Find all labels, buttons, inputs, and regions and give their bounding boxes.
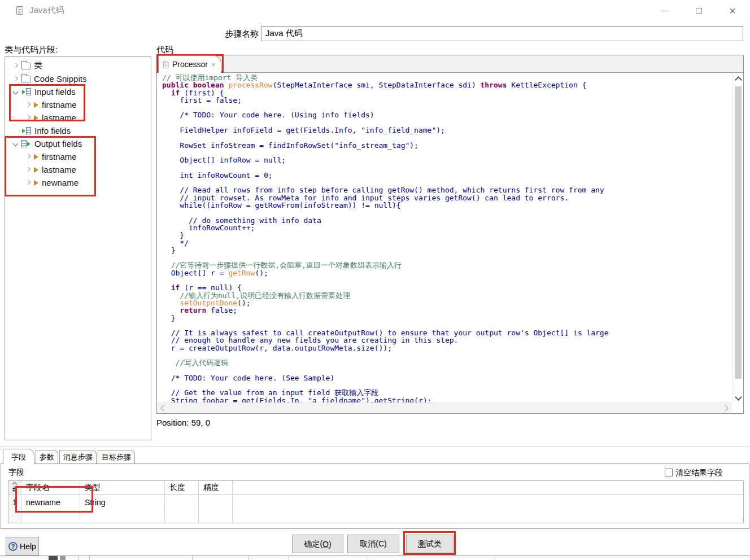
column-header-3[interactable]: 长度 <box>165 481 199 495</box>
tree-item-label: newname <box>42 178 79 187</box>
tab-info-steps[interactable]: 消息步骤 <box>59 450 97 464</box>
test-button-label: 试类 <box>426 539 442 549</box>
ok-button[interactable]: 确定(O) <box>292 535 343 553</box>
expander-down-icon[interactable] <box>12 140 20 148</box>
tab-target-steps[interactable]: 目标步骤 <box>98 450 135 464</box>
vertical-scrollbar[interactable] <box>732 73 743 403</box>
expander-down-icon[interactable] <box>12 88 20 96</box>
horizontal-scrollbar[interactable] <box>157 403 732 413</box>
window-titlebar: Java代码 × <box>0 0 750 21</box>
scroll-left-icon[interactable] <box>158 404 167 412</box>
code-tabstrip: Processor × <box>157 55 743 73</box>
tree-item-label: Output fields <box>34 139 82 148</box>
notebook-top-divider <box>0 447 750 447</box>
clear-result-fields-label: 清空结果字段 <box>675 468 723 478</box>
scroll-up-icon[interactable] <box>733 73 744 83</box>
table-cell[interactable]: 1 <box>8 495 21 510</box>
expander-right-icon[interactable] <box>12 62 20 70</box>
io-out-icon <box>21 140 31 147</box>
ok-mnemonic: O <box>322 540 329 549</box>
close-button[interactable]: × <box>723 2 742 19</box>
expander-right-icon[interactable] <box>24 179 32 187</box>
tab-close-icon[interactable]: × <box>211 61 216 68</box>
io-in-icon <box>21 88 31 95</box>
column-header-1[interactable]: 字段名 <box>21 481 80 495</box>
io-in-icon <box>21 127 31 134</box>
window-title: Java代码 <box>29 5 64 16</box>
step-name-input[interactable]: Java 代码 <box>261 26 743 41</box>
ok-button-label-end: ) <box>329 540 332 549</box>
table-empty-row[interactable] <box>8 510 743 523</box>
tab-fields[interactable]: 字段 <box>3 449 34 464</box>
help-button[interactable]: ? Help <box>6 537 39 555</box>
table-cell[interactable] <box>199 495 233 510</box>
tree-item-input-fields[interactable]: Input fields <box>5 85 151 98</box>
tree-item-label: firstname <box>42 100 77 110</box>
fields-tab-panel: 字段 清空结果字段 #字段名类型长度精度 1newnameString <box>1 463 749 529</box>
column-header-0[interactable]: # <box>8 481 21 495</box>
cancel-button[interactable]: 取消(C) <box>347 535 399 553</box>
clear-result-fields-checkbox[interactable] <box>665 469 673 476</box>
maximize-button[interactable] <box>689 2 708 19</box>
minimize-button[interactable] <box>655 2 674 19</box>
expander-right-icon[interactable] <box>24 153 32 161</box>
code-frame: Processor × // 可以使用import 导入类public bool… <box>156 55 744 414</box>
background-window-sliver <box>0 555 750 560</box>
step-name-label: 步骤名称 <box>186 29 259 40</box>
test-class-button[interactable]: 测试类 <box>406 535 454 553</box>
tree-item-label: 类 <box>34 60 42 71</box>
tree-item-lastname[interactable]: lastname <box>5 163 151 176</box>
cursor-position-label: Position: 59, 0 <box>156 418 210 427</box>
tree-item-label: Input fields <box>34 87 76 97</box>
table-cell[interactable] <box>165 495 199 510</box>
expander-right-icon[interactable] <box>24 166 32 174</box>
code-editor[interactable]: // 可以使用import 导入类public boolean processR… <box>158 73 732 403</box>
field-icon <box>34 167 38 173</box>
help-icon: ? <box>8 542 18 551</box>
expander-right-icon[interactable] <box>12 75 20 83</box>
tree-item-label: lastname <box>42 165 76 174</box>
tree-item-firstname[interactable]: firstname <box>5 150 151 163</box>
column-header-4[interactable]: 精度 <box>199 481 233 495</box>
tree-item-label: Code Snippits <box>34 74 86 84</box>
column-header-2[interactable]: 类型 <box>80 481 165 495</box>
tree-item-label: firstname <box>42 152 77 161</box>
table-cell[interactable]: newname <box>21 495 80 510</box>
processor-tab-icon <box>163 60 169 69</box>
cancel-button-label: 取消(C) <box>360 539 386 549</box>
test-mnemonic: 测 <box>418 539 426 549</box>
field-icon <box>34 154 38 160</box>
fields-table-body: 1newnameString <box>8 495 743 510</box>
tree-item-firstname[interactable]: firstname <box>5 98 151 111</box>
expander-right-icon[interactable] <box>24 101 32 109</box>
java-class-dialog: Java代码 × 步骤名称 Java 代码 类与代码片段: 类Code Snip… <box>0 0 750 560</box>
table-cell[interactable]: String <box>80 495 165 510</box>
classes-snippets-label: 类与代码片段: <box>5 45 58 55</box>
fields-section-label: 字段 <box>8 467 24 478</box>
java-class-icon <box>16 5 24 15</box>
code-label: 代码 <box>156 45 173 55</box>
table-row[interactable]: 1newnameString <box>8 495 743 510</box>
ok-button-label: 确定( <box>304 539 322 549</box>
step-name-value: Java 代码 <box>265 28 303 39</box>
tab-parameters[interactable]: 参数 <box>36 450 58 464</box>
folder-icon <box>21 63 30 69</box>
tree-item-output-fields[interactable]: Output fields <box>5 137 151 150</box>
scroll-down-icon[interactable] <box>733 392 744 403</box>
tree-item-newname[interactable]: newname <box>5 176 151 189</box>
field-icon <box>34 115 38 121</box>
processor-tab[interactable]: Processor × <box>158 55 221 73</box>
scroll-right-icon[interactable] <box>722 404 731 412</box>
tree-item-info-fields[interactable]: Info fields <box>5 124 151 137</box>
expander-right-icon[interactable] <box>24 114 32 122</box>
field-icon <box>34 102 38 108</box>
tree-item-code-snippits[interactable]: Code Snippits <box>5 72 151 85</box>
tree-item-lastname[interactable]: lastname <box>5 111 151 124</box>
help-button-label: Help <box>20 542 36 551</box>
class-tree[interactable]: 类Code SnippitsInput fieldsfirstnamelastn… <box>5 56 151 440</box>
fields-table-header: #字段名类型长度精度 <box>8 481 743 495</box>
processor-tab-label: Processor <box>172 60 208 69</box>
tree-item--[interactable]: 类 <box>5 59 151 72</box>
tree-item-label: Info fields <box>34 126 71 135</box>
vertical-scroll-thumb[interactable] <box>735 86 742 379</box>
